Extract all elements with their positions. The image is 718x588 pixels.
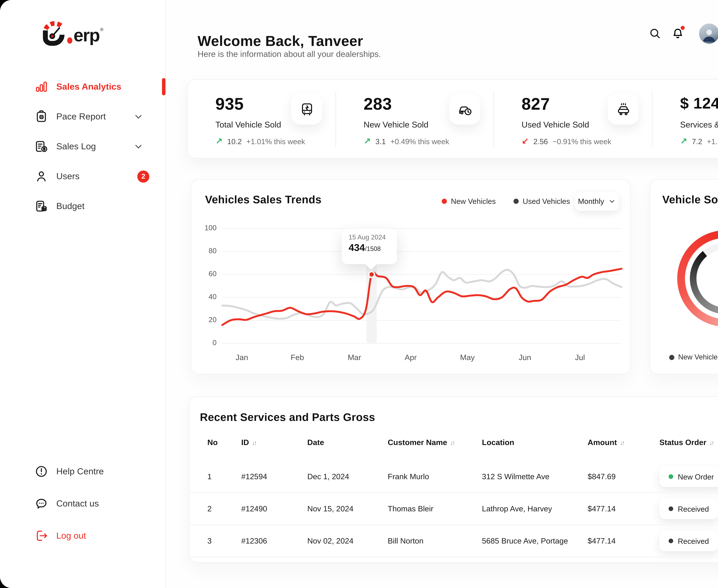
donut-title: Vehicle Sold [662, 193, 718, 206]
avatar[interactable] [699, 23, 718, 43]
stat-services-parts: $ 124,854 Services & Parts ↗7.2+1.51% th… [653, 80, 718, 158]
legend-new-vehicle: New Vehicle [669, 353, 718, 361]
x-tick: Jan [225, 353, 259, 362]
col-no: No [207, 438, 218, 447]
trend-down-icon: ↙ [521, 136, 529, 146]
brand-logo[interactable]: erp ® [40, 17, 104, 47]
sidebar-item-logout[interactable]: Log out [0, 523, 165, 549]
x-tick: Jul [563, 353, 597, 362]
table-row: 2 #12490 Nov 15, 2024 Thomas Bleir Lathr… [189, 493, 718, 524]
vehicle-sold-card: Vehicle Sold ••• New Vehicle Used Vehicl… [650, 179, 718, 374]
active-indicator [162, 78, 165, 95]
y-tick: 80 [195, 247, 217, 255]
users-count-badge: 2 [137, 170, 149, 182]
notification-dot [680, 26, 684, 30]
bus-front-icon [291, 93, 322, 125]
header-actions: M. Tanveer [648, 22, 718, 45]
col-amount[interactable]: Amount↓↑ [588, 438, 624, 447]
sort-icon: ↓↑ [252, 439, 256, 446]
trend-up-icon: ↗ [216, 136, 223, 146]
chart-tooltip: 15 Aug 2024 434/1508 [342, 229, 397, 264]
col-date: Date [307, 438, 324, 447]
vehicles-sales-trends-card: Vehicles Sales Trends New Vehicles Used … [191, 179, 631, 374]
notifications-button[interactable] [671, 27, 684, 40]
chat-bubble-icon [35, 497, 48, 510]
table-row: 3 #12306 Nov 02, 2024 Bill Norton 5685 B… [189, 525, 718, 556]
status-dot [669, 474, 673, 479]
logout-icon [35, 529, 48, 543]
col-status-order[interactable]: Status Order↓↑ [659, 438, 713, 447]
recent-services-table-card: Recent Services and Parts Gross Monthly … [189, 396, 718, 563]
y-tick: 60 [195, 270, 217, 278]
table-row: 1 #12594 Dec 1, 2024 Frank Murlo 312 S W… [189, 461, 718, 492]
gauge-d-icon [40, 21, 67, 47]
info-circle-icon [35, 465, 48, 478]
status-badge: Received [659, 530, 718, 551]
col-location: Location [482, 438, 514, 447]
legend-dot [669, 355, 674, 360]
y-tick: 20 [195, 316, 217, 324]
stat-total-vehicle-sold: 935 Total Vehicle Sold ↗10.2+1.01% this … [188, 80, 335, 158]
invoice-icon [35, 140, 48, 153]
avatar-silhouette-icon [701, 25, 717, 43]
chart-title: Vehicles Sales Trends [205, 193, 322, 206]
budget-doc-icon [35, 199, 48, 213]
search-icon[interactable] [648, 27, 661, 40]
status-badge: Received [659, 499, 718, 519]
trend-up-icon: ↗ [364, 136, 371, 146]
table-title: Recent Services and Parts Gross [200, 411, 375, 424]
y-tick: 40 [195, 293, 217, 301]
sort-icon: ↓↑ [709, 439, 713, 446]
table-header: No ID↓↑ Date Customer Name↓↑ Location Am… [189, 438, 718, 458]
app-window: erp ® Sales Analytics Pace Report Sales … [0, 0, 718, 588]
sidebar-item-contact-us[interactable]: Contact us [0, 490, 165, 517]
sidebar-footer: Help Centre Contact us Log out [0, 458, 165, 555]
trend-up-icon: ↗ [680, 136, 687, 146]
sidebar-item-pace-report[interactable]: Pace Report [0, 103, 165, 130]
trends-period-select[interactable]: Monthly [575, 192, 619, 211]
y-tick: 0 [195, 339, 217, 347]
main-content: Welcome Back, Tanveer Here is the inform… [167, 0, 718, 588]
sort-icon: ↓↑ [620, 439, 624, 446]
logo-dot [67, 37, 73, 44]
sidebar-nav: Sales Analytics Pace Report Sales Log Us… [0, 74, 165, 223]
sidebar-item-help-centre[interactable]: Help Centre [0, 458, 165, 485]
user-icon [35, 169, 48, 183]
donut-legend: New Vehicle Used Vehicle [650, 353, 718, 361]
chevron-down-icon [608, 197, 616, 205]
legend-new-vehicles: New Vehicles [442, 197, 496, 206]
page-title: Welcome Back, Tanveer [198, 33, 363, 49]
bar-chart-icon [35, 80, 48, 93]
x-tick: May [450, 353, 485, 362]
status-badge: New Order [659, 466, 718, 487]
sidebar-item-sales-log[interactable]: Sales Log [0, 133, 165, 160]
car-used-icon [608, 93, 639, 125]
sort-icon: ↓↑ [450, 439, 454, 446]
stats-strip: 935 Total Vehicle Sold ↗10.2+1.01% this … [187, 79, 718, 159]
line-chart[interactable] [222, 229, 621, 343]
chevron-down-icon[interactable] [133, 141, 144, 152]
brand-text: erp [74, 24, 100, 47]
stat-new-vehicle-sold: 283 New Vehicle Sold ↗3.1+0.49% this wee… [336, 80, 493, 158]
sidebar-item-users[interactable]: Users 2 [0, 163, 165, 189]
sidebar-item-budget[interactable]: Budget [0, 193, 165, 219]
col-id[interactable]: ID↓↑ [241, 438, 256, 447]
registered-mark: ® [100, 27, 104, 32]
x-tick: Apr [393, 353, 428, 362]
y-tick: 100 [195, 224, 217, 232]
stat-used-vehicle-sold: 827 Used Vehicle Sold ↙2.56−0.91% this w… [494, 80, 652, 158]
x-tick: Feb [280, 353, 315, 362]
chevron-down-icon[interactable] [133, 111, 144, 122]
clipboard-icon [35, 110, 48, 123]
status-dot [669, 506, 673, 511]
sidebar-item-sales-analytics[interactable]: Sales Analytics [0, 74, 165, 100]
x-tick: Jun [508, 353, 542, 362]
legend-dot [514, 199, 519, 204]
screen: erp ® Sales Analytics Pace Report Sales … [0, 0, 718, 588]
legend-used-vehicles: Used Vehicles [514, 197, 570, 206]
x-tick: Mar [337, 353, 372, 362]
page-subtitle: Here is the information about all your d… [198, 49, 381, 59]
col-customer-name[interactable]: Customer Name↓↑ [388, 438, 454, 447]
car-clock-icon [449, 93, 480, 125]
legend-dot [442, 199, 447, 204]
